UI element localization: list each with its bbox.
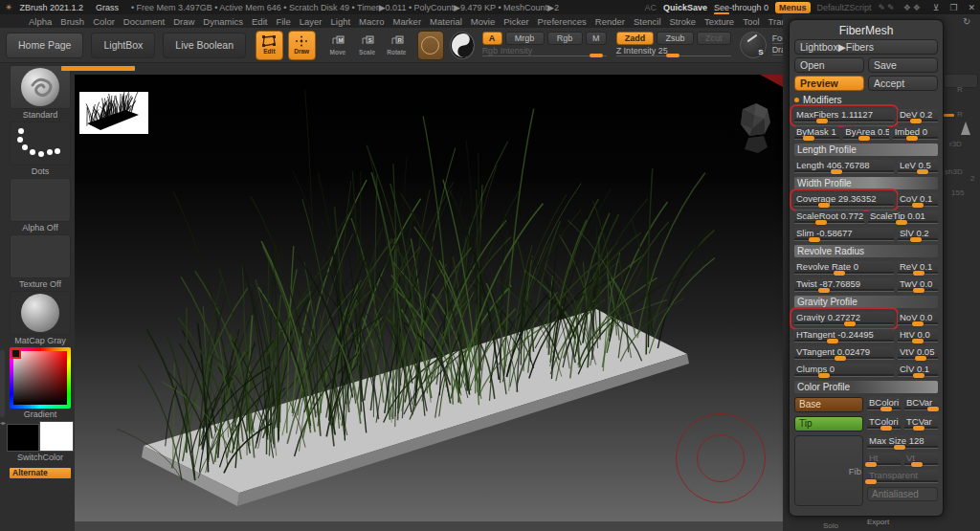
accept-button[interactable]: Accept — [868, 76, 938, 91]
slider-rev[interactable]: ReV 0.1 — [898, 261, 938, 275]
slider-thumb[interactable] — [835, 356, 846, 361]
slider-slim[interactable]: Slim -0.58677 — [794, 228, 894, 241]
slider-thumb[interactable] — [913, 271, 924, 276]
menu-material[interactable]: Material — [430, 16, 462, 27]
slider-thumb[interactable] — [911, 462, 923, 467]
slider-coverage[interactable]: Coverage 29.36352 — [794, 193, 894, 207]
see-through-slider[interactable]: See-through 0 — [714, 3, 768, 12]
slider-thumb[interactable] — [880, 407, 892, 411]
menu-movie[interactable]: Movie — [471, 16, 495, 27]
antialiased-button[interactable]: Antialiased — [867, 487, 938, 501]
refresh-icon[interactable]: ↻ — [963, 16, 970, 27]
slider-thumb[interactable] — [880, 426, 892, 431]
z-intensity-slider[interactable]: Z Intensity 25 — [616, 46, 731, 57]
slider-tcolori[interactable]: TColori — [867, 416, 901, 430]
edit-button[interactable]: Edit — [256, 31, 283, 60]
menu-edit[interactable]: Edit — [252, 16, 267, 27]
slider-tcvar[interactable]: TCVar — [904, 416, 938, 430]
menu-render[interactable]: Render — [595, 16, 625, 27]
slider-vtv[interactable]: VtV 0.05 — [898, 346, 938, 360]
menu-texture[interactable]: Texture — [704, 16, 734, 27]
quicksave-button[interactable]: QuickSave — [663, 3, 707, 12]
ac-toggle[interactable]: AC — [644, 3, 657, 12]
slider-slv[interactable]: SlV 0.2 — [898, 228, 938, 241]
zsub-button[interactable]: Zsub — [657, 32, 693, 45]
slider-thumb[interactable] — [818, 288, 830, 293]
live-boolean-button[interactable]: Live Boolean — [163, 33, 246, 58]
zcut-button[interactable]: Zcut — [697, 32, 731, 45]
m-button[interactable]: M — [586, 32, 607, 45]
slider-lev[interactable]: LeV 0.5 — [898, 160, 938, 173]
slider-thumb[interactable] — [831, 169, 842, 174]
menu-marker[interactable]: Marker — [393, 16, 422, 27]
slider-thumb[interactable] — [816, 119, 828, 123]
slider-thumb[interactable] — [913, 373, 924, 378]
base-color-button[interactable]: Base — [794, 397, 863, 412]
menu-brush[interactable]: Brush — [60, 16, 84, 27]
camera-gizmo[interactable] — [733, 96, 777, 155]
menu-color[interactable]: Color — [93, 16, 115, 27]
slider-thumb[interactable] — [917, 169, 928, 174]
mrgb-button[interactable]: Mrgb — [505, 32, 545, 45]
slider-scaleroot[interactable]: ScaleRoot 0.772 — [794, 210, 864, 224]
divider-arrows-icon[interactable]: ◂▸ — [0, 419, 6, 426]
draw-button[interactable]: Draw — [288, 31, 316, 60]
section-color-profile[interactable]: Color Profile — [794, 381, 938, 393]
tray-pull-icon[interactable] — [760, 75, 783, 87]
minimize-button[interactable]: ⊻ — [933, 3, 940, 12]
slider-nov[interactable]: NoV 0.0 — [898, 312, 938, 325]
menu-draw[interactable]: Draw — [173, 16, 194, 27]
slider-thumb[interactable] — [818, 373, 830, 378]
slider-thumb[interactable] — [913, 426, 924, 431]
slider-clv[interactable]: ClV 0.1 — [898, 364, 938, 377]
left-divider-handle[interactable] — [0, 350, 5, 417]
slider-vt[interactable]: Vt — [904, 453, 938, 466]
lightbox-indicator-bar[interactable] — [61, 66, 135, 71]
slider-thumb[interactable] — [915, 356, 926, 361]
slider-cov[interactable]: CoV 0.1 — [898, 193, 938, 207]
slider-length[interactable]: Length 406.76788 — [794, 160, 894, 173]
rgb-button[interactable]: Rgb — [547, 32, 583, 45]
slider-max-size[interactable]: Max Size 128 — [867, 435, 938, 449]
slider-revolve-rate[interactable]: Revolve Rate 0 — [794, 261, 894, 275]
slider-thumb[interactable] — [906, 136, 918, 141]
menu-tool[interactable]: Tool — [743, 16, 759, 27]
default-zscript-button[interactable]: DefaultZScript — [817, 3, 872, 12]
rgb-intensity-slider[interactable]: Rgb Intensity — [482, 46, 607, 57]
menu-preferences[interactable]: Preferences — [538, 16, 587, 27]
slider-thumb[interactable] — [865, 462, 877, 467]
open-button[interactable]: Open — [794, 57, 864, 73]
slider-thumb[interactable] — [912, 339, 924, 343]
move-button[interactable]: M Move — [325, 32, 351, 59]
slider-maxfibers[interactable]: MaxFibers 1.11127 — [794, 109, 894, 122]
menu-document[interactable]: Document — [123, 16, 165, 27]
rotate-button[interactable]: R Rotate — [384, 32, 410, 59]
slider-thumb[interactable] — [865, 479, 877, 484]
slider-thumb[interactable] — [858, 136, 870, 141]
menu-dynamics[interactable]: Dynamics — [203, 16, 243, 27]
section-length-profile[interactable]: Length Profile — [794, 144, 938, 156]
tip-color-button[interactable]: Tip — [794, 416, 863, 431]
slider-twv[interactable]: TwV 0.0 — [898, 278, 938, 292]
menu-stroke[interactable]: Stroke — [670, 16, 696, 27]
slider-thumb[interactable] — [910, 119, 922, 123]
current-material-button[interactable] — [450, 32, 475, 59]
menu-picker[interactable]: Picker — [503, 16, 528, 27]
secondary-color-swatch[interactable] — [39, 421, 74, 452]
scale-button[interactable]: S Scale — [354, 32, 380, 59]
slider-thumb[interactable] — [803, 136, 814, 141]
slider-dev[interactable]: DeV 0.2 — [898, 109, 938, 122]
slider-thumb[interactable] — [927, 407, 939, 411]
lightbox-fibers-button[interactable]: Lightbox▶Fibers — [794, 39, 938, 55]
a-button[interactable]: A — [482, 32, 502, 45]
slider-bcvar[interactable]: BCVar — [904, 397, 938, 410]
section-revolve-radius[interactable]: Revolve Radius — [794, 245, 938, 257]
export-button[interactable]: Export — [867, 518, 889, 526]
slider-thumb[interactable] — [912, 321, 924, 326]
slider-ht[interactable]: Ht — [867, 453, 901, 466]
slider-htv[interactable]: HtV 0.0 — [898, 329, 938, 343]
lightbox-button[interactable]: LightBox — [91, 33, 155, 58]
menu-light[interactable]: Light — [330, 16, 350, 27]
section-width-profile[interactable]: Width Profile — [794, 177, 938, 189]
slider-thumb[interactable] — [834, 271, 845, 276]
